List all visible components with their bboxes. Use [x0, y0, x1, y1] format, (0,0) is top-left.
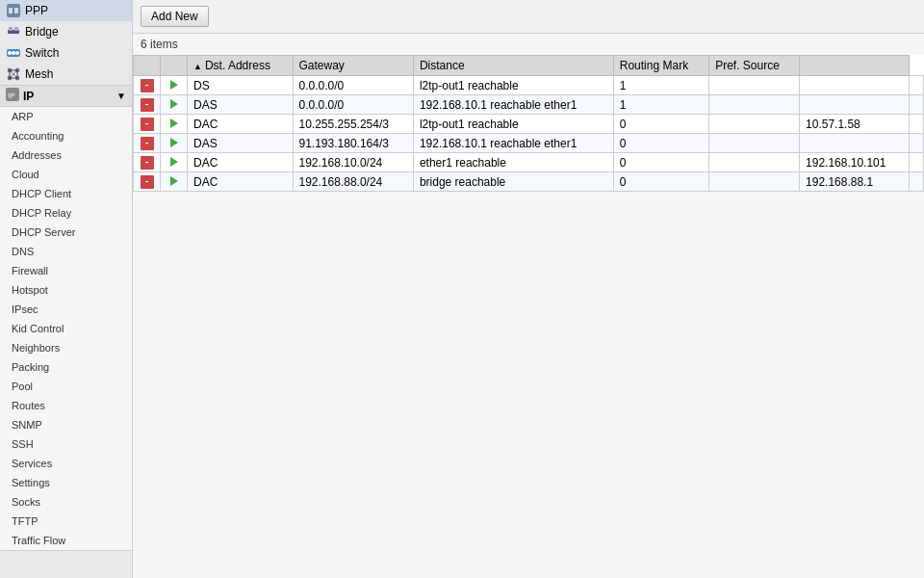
row-minus-button[interactable]: -	[141, 79, 154, 92]
row-pref-source: 10.57.1.58	[800, 115, 910, 134]
table-row[interactable]: -DAC192.168.10.0/24ether1 reachable0192.…	[134, 153, 924, 172]
row-minus-button[interactable]: -	[141, 98, 154, 112]
row-dst-address: 10.255.255.254/3	[293, 115, 413, 134]
sidebar-item-ipsec[interactable]: IPsec	[0, 300, 132, 319]
col-header-dst[interactable]: Dst. Address	[188, 56, 294, 76]
sidebar-item-traffic-flow[interactable]: Traffic Flow	[0, 531, 132, 550]
sidebar-item-cloud[interactable]: Cloud	[0, 165, 132, 184]
row-distance: 0	[613, 172, 708, 192]
svg-rect-4	[9, 27, 13, 31]
row-extra	[909, 134, 923, 153]
row-routing-mark	[709, 134, 800, 153]
ppp-icon	[6, 3, 21, 18]
svg-rect-2	[14, 8, 18, 13]
sidebar-item-firewall[interactable]: Firewall	[0, 261, 132, 280]
row-flag-cell	[161, 95, 188, 115]
row-routing-mark	[709, 115, 800, 134]
row-dst-address: 192.168.88.0/24	[293, 172, 413, 192]
row-distance: 1	[613, 76, 708, 95]
col-header-pref-source[interactable]: Pref. Source	[709, 56, 800, 76]
row-play-button[interactable]	[170, 157, 178, 167]
row-play-button[interactable]	[170, 138, 178, 147]
sidebar-item-neighbors[interactable]: Neighbors	[0, 338, 132, 357]
sidebar-item-ssh[interactable]: SSH	[0, 434, 132, 454]
row-play-button[interactable]	[170, 176, 178, 186]
sidebar-item-tftp[interactable]: TFTP	[0, 512, 132, 531]
sidebar-item-switch-label: Switch	[25, 46, 59, 60]
table-row[interactable]: -DAS0.0.0.0/0192.168.10.1 reachable ethe…	[134, 95, 924, 115]
col-header-flags[interactable]	[161, 56, 188, 76]
row-extra	[909, 95, 923, 115]
switch-icon	[6, 45, 21, 61]
row-pref-source	[800, 95, 910, 115]
row-pref-source: 192.168.88.1	[800, 172, 910, 192]
row-play-button[interactable]	[170, 99, 178, 109]
svg-point-8	[12, 51, 15, 55]
row-routing-mark	[709, 95, 800, 115]
col-header-gateway[interactable]: Gateway	[293, 56, 413, 76]
sidebar-item-dhcp-server[interactable]: DHCP Server	[0, 223, 132, 242]
table-row[interactable]: -DS0.0.0.0/0l2tp-out1 reachable1	[134, 76, 924, 95]
sidebar-item-pool[interactable]: Pool	[0, 377, 132, 396]
sidebar-item-kid-control[interactable]: Kid Control	[0, 319, 132, 338]
header-row: Dst. Address Gateway Distance Routing Ma…	[134, 56, 924, 76]
row-extra	[909, 76, 923, 95]
sidebar-item-routes[interactable]: Routes	[0, 396, 132, 415]
sidebar: PPP Bridge Switch Mesh IP	[0, 0, 133, 578]
row-pref-source: 192.168.10.101	[800, 153, 910, 172]
row-minus-button[interactable]: -	[141, 118, 154, 131]
table-row[interactable]: -DAS91.193.180.164/3192.168.10.1 reachab…	[134, 134, 924, 153]
col-header-action[interactable]	[134, 56, 161, 76]
col-header-extra[interactable]	[800, 56, 910, 76]
row-distance: 0	[613, 134, 708, 153]
sidebar-item-hotspot[interactable]: Hotspot	[0, 280, 132, 300]
sidebar-item-mesh[interactable]: Mesh	[0, 64, 132, 85]
sidebar-ip-header[interactable]: IP IP ▼	[0, 86, 132, 107]
table-row[interactable]: -DAC192.168.88.0/24bridge reachable0192.…	[134, 172, 924, 192]
row-flag-text: DAC	[188, 153, 294, 172]
sidebar-item-addresses[interactable]: Addresses	[0, 145, 132, 165]
sidebar-item-snmp[interactable]: SNMP	[0, 415, 132, 434]
sidebar-item-dhcp-client[interactable]: DHCP Client	[0, 184, 132, 203]
row-flag-cell	[161, 153, 188, 172]
sidebar-item-packing[interactable]: Packing	[0, 357, 132, 377]
sidebar-item-bridge[interactable]: Bridge	[0, 21, 132, 42]
row-flag-cell	[161, 115, 188, 134]
sidebar-ip-sub-items: ARP Accounting Addresses Cloud DHCP Clie…	[0, 107, 132, 550]
col-header-routing-mark[interactable]: Routing Mark	[613, 56, 708, 76]
mesh-icon	[6, 66, 21, 82]
sidebar-ip-section: IP IP ▼ ARP Accounting Addresses Cloud D…	[0, 86, 132, 551]
table-row[interactable]: -DAC10.255.255.254/3l2tp-out1 reachable0…	[134, 115, 924, 134]
row-minus-button[interactable]: -	[141, 175, 154, 189]
ip-toggle-arrow: ▼	[116, 91, 126, 101]
item-count: 6 items	[133, 34, 924, 55]
row-play-button[interactable]	[170, 118, 178, 128]
row-routing-mark	[709, 153, 800, 172]
row-minus-button[interactable]: -	[141, 137, 154, 150]
add-new-button[interactable]: Add New	[141, 6, 209, 27]
sidebar-item-accounting[interactable]: Accounting	[0, 126, 132, 145]
row-pref-source	[800, 134, 910, 153]
svg-point-7	[8, 51, 12, 55]
row-distance: 0	[613, 153, 708, 172]
sidebar-item-dhcp-relay[interactable]: DHCP Relay	[0, 203, 132, 223]
row-minus-button[interactable]: -	[141, 156, 154, 170]
sidebar-item-mesh-label: Mesh	[25, 67, 53, 81]
sidebar-item-socks[interactable]: Socks	[0, 492, 132, 512]
row-distance: 1	[613, 95, 708, 115]
sidebar-item-ppp-label: PPP	[25, 4, 48, 17]
main-content: Add New 6 items Dst. Address Gateway Dis…	[133, 0, 924, 578]
row-dst-address: 91.193.180.164/3	[293, 134, 413, 153]
sidebar-item-settings[interactable]: Settings	[0, 473, 132, 492]
sidebar-item-switch[interactable]: Switch	[0, 42, 132, 64]
ip-icon: IP	[6, 88, 19, 104]
sidebar-item-dns[interactable]: DNS	[0, 242, 132, 261]
sidebar-item-ppp[interactable]: PPP	[0, 0, 132, 21]
sidebar-item-arp[interactable]: ARP	[0, 107, 132, 126]
table-header: Dst. Address Gateway Distance Routing Ma…	[134, 56, 924, 76]
row-flag-text: DAS	[188, 134, 294, 153]
row-flag-text: DAC	[188, 172, 294, 192]
row-play-button[interactable]	[170, 80, 178, 90]
col-header-distance[interactable]: Distance	[413, 56, 613, 76]
sidebar-item-services[interactable]: Services	[0, 454, 132, 473]
